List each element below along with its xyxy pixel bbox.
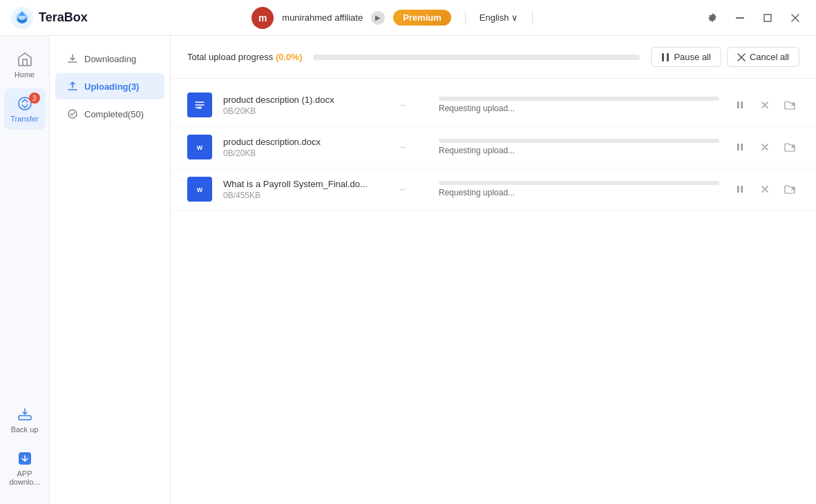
file-actions-1 [730, 95, 799, 115]
file-item: W product description.docx 0B/20KB -- Re… [171, 126, 816, 168]
user-avatar: m [252, 7, 274, 29]
file-progress-track-3 [439, 181, 719, 185]
settings-button[interactable] [703, 8, 722, 28]
header-actions: Pause all Cancel all [651, 47, 799, 67]
file-progress-area-2: Requesting upload... [439, 139, 719, 155]
file-name-3: What is a Payroll System_Final.do... [223, 179, 375, 189]
titlebar-right [703, 8, 805, 28]
app-download-icon [17, 450, 33, 467]
backup-icon [17, 406, 33, 423]
svg-rect-16 [741, 144, 743, 151]
sidebar-item-home[interactable]: Home [4, 44, 46, 86]
cancel-icon [737, 53, 746, 61]
file-status-1: Requesting upload... [439, 104, 719, 113]
main-layout: Home 3 Transfer Back up AP [0, 36, 816, 504]
titlebar-center: m munirahmed affiliate ▶ Premium English… [88, 7, 703, 29]
file-status-2: Requesting upload... [439, 146, 719, 155]
sidebar-transfer-label: Transfer [10, 115, 39, 123]
cancel-all-button[interactable]: Cancel all [727, 47, 799, 67]
file-name-1: product description (1).docx [223, 95, 375, 105]
file-pause-button-1[interactable] [730, 95, 750, 115]
close-button[interactable] [786, 8, 805, 28]
sidebar-icons: Home 3 Transfer Back up AP [0, 36, 50, 504]
file-cancel-button-3[interactable] [755, 180, 775, 199]
sidebar-item-transfer[interactable]: 3 Transfer [4, 88, 46, 130]
terabox-logo-icon [11, 7, 33, 29]
file-list: W product description (1).docx 0B/20KB -… [171, 79, 816, 504]
svg-text:W: W [197, 144, 203, 151]
file-progress-area-1: Requesting upload... [439, 97, 719, 113]
user-name: munirahmed affiliate [282, 12, 363, 23]
home-icon [17, 51, 33, 68]
svg-rect-19 [737, 186, 739, 193]
titlebar: TeraBox m munirahmed affiliate ▶ Premium… [0, 0, 816, 36]
file-progress-track-1 [439, 97, 719, 101]
file-info-3: What is a Payroll System_Final.do... 0B/… [223, 179, 389, 200]
nav-downloading-label: Downloading [84, 54, 136, 64]
nav-uploading-label: Uploading(3) [84, 81, 139, 92]
maximize-button[interactable] [758, 8, 777, 28]
minimize-button[interactable] [730, 8, 750, 28]
svg-rect-7 [662, 53, 664, 61]
file-item: W What is a Payroll System_Final.do... 0… [171, 168, 816, 211]
sidebar-item-app-download[interactable]: APP downlo... [4, 443, 46, 493]
file-size-3: 0B/455KB [223, 191, 389, 200]
downloading-icon [66, 52, 79, 65]
svg-text:W: W [197, 186, 203, 193]
svg-rect-2 [764, 14, 771, 21]
file-size-2: 0B/20KB [223, 148, 389, 158]
file-item: W product description (1).docx 0B/20KB -… [171, 84, 816, 126]
sidebar-home-label: Home [15, 70, 35, 79]
svg-rect-20 [741, 186, 743, 193]
language-button[interactable]: English ∨ [480, 12, 519, 23]
svg-rect-12 [741, 101, 743, 108]
file-name-2: product description.docx [223, 137, 375, 147]
nav-item-completed[interactable]: Completed(50) [55, 101, 164, 127]
content-area: Total upload progress (0.0%) Pause all [171, 36, 816, 504]
file-info-2: product description.docx 0B/20KB [223, 137, 389, 158]
file-progress-area-3: Requesting upload... [439, 181, 719, 197]
svg-text:W: W [198, 106, 202, 110]
file-icon-2: W [187, 135, 212, 159]
pause-all-button[interactable]: Pause all [651, 47, 721, 67]
svg-rect-4 [19, 416, 31, 420]
sidebar-item-backup[interactable]: Back up [4, 399, 46, 440]
docx-icon: W [193, 97, 207, 113]
titlebar-divider-2 [532, 11, 533, 25]
file-cancel-button-1[interactable] [755, 95, 775, 115]
transfer-badge: 3 [29, 93, 40, 104]
svg-rect-15 [737, 144, 739, 151]
sidebar-nav: Downloading Uploading(3) Completed(50) [50, 36, 171, 504]
nav-item-downloading[interactable]: Downloading [55, 46, 164, 72]
nav-item-uploading[interactable]: Uploading(3) [55, 73, 164, 99]
file-pause-button-2[interactable] [730, 137, 750, 157]
file-speed-2: -- [400, 142, 428, 152]
file-progress-track-2 [439, 139, 719, 143]
logo-area: TeraBox [11, 7, 88, 29]
file-actions-2 [730, 137, 799, 157]
sidebar-app-download-label: APP downlo... [9, 469, 39, 486]
titlebar-divider [465, 11, 466, 25]
file-icon-3: W [187, 177, 212, 202]
pause-icon [661, 52, 670, 62]
premium-button[interactable]: Premium [393, 10, 451, 26]
file-size-1: 0B/20KB [223, 106, 389, 116]
completed-icon [66, 108, 79, 120]
app-name: TeraBox [39, 10, 88, 25]
nav-completed-label: Completed(50) [84, 109, 144, 119]
file-folder-button-2[interactable] [780, 137, 799, 157]
svg-rect-11 [737, 101, 739, 108]
file-speed-3: -- [400, 184, 428, 194]
progress-header: Total upload progress (0.0%) Pause all [171, 36, 816, 79]
uploading-icon [66, 80, 79, 93]
file-pause-button-3[interactable] [730, 180, 750, 199]
progress-track [313, 55, 640, 60]
progress-pct: (0.0%) [276, 52, 302, 62]
file-speed-1: -- [400, 100, 428, 110]
file-cancel-button-2[interactable] [755, 137, 775, 157]
progress-label: Total upload progress (0.0%) [187, 52, 302, 62]
play-icon[interactable]: ▶ [371, 11, 385, 25]
file-folder-button-3[interactable] [780, 180, 799, 199]
file-folder-button-1[interactable] [780, 95, 799, 115]
file-status-3: Requesting upload... [439, 188, 719, 197]
